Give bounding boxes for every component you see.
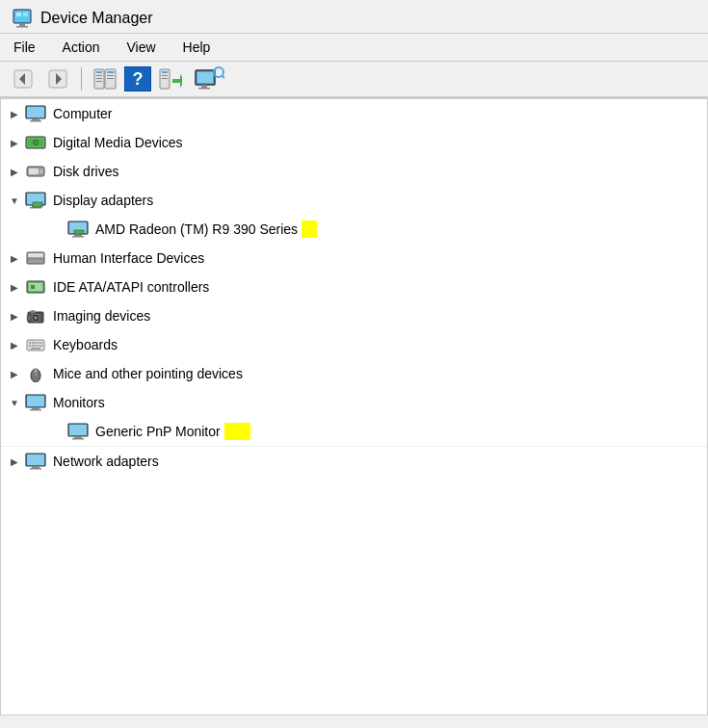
svg-rect-91	[30, 468, 41, 470]
menu-action[interactable]: Action	[57, 38, 106, 57]
expand-digital-media[interactable]: ▶	[5, 133, 24, 152]
tree-item-computer[interactable]: ▶ Computer	[1, 99, 707, 128]
tree-item-digital-media[interactable]: ▶ Digital Media Devices	[1, 128, 707, 157]
svg-rect-11	[96, 71, 102, 73]
camera-icon	[24, 304, 47, 327]
svg-rect-25	[197, 72, 213, 83]
svg-rect-89	[27, 455, 44, 465]
svg-rect-55	[36, 258, 39, 260]
svg-rect-5	[23, 13, 28, 16]
help-icon: ?	[133, 69, 144, 90]
amd-radeon-icon	[66, 218, 90, 241]
forward-icon	[48, 69, 67, 89]
svg-rect-85	[69, 425, 87, 435]
keyboards-label: Keyboards	[53, 337, 118, 352]
back-icon	[13, 69, 33, 89]
expand-network[interactable]: ▶	[5, 452, 24, 471]
disk-icon	[24, 160, 47, 183]
scan-icon	[194, 66, 224, 91]
svg-rect-50	[74, 230, 84, 234]
expand-disk-drives[interactable]: ▶	[5, 162, 24, 181]
tree-item-network[interactable]: ▶ Network adapters	[1, 446, 707, 476]
toolbar-separator-1	[81, 67, 82, 91]
svg-rect-21	[162, 75, 168, 76]
expand-ide[interactable]: ▶	[5, 277, 24, 297]
svg-rect-72	[32, 345, 34, 347]
svg-rect-4	[16, 13, 21, 16]
menu-help[interactable]: Help	[177, 38, 217, 57]
svg-rect-52	[28, 253, 43, 257]
tree-item-mice[interactable]: ▶ Mice and other pointing devices	[1, 359, 707, 388]
monitors-label: Monitors	[53, 395, 105, 410]
title-bar-text: Device Manager	[40, 10, 153, 27]
menu-view[interactable]: View	[120, 38, 161, 57]
svg-rect-18	[107, 78, 114, 79]
network-icon	[24, 450, 47, 473]
digital-media-label: Digital Media Devices	[53, 135, 183, 150]
svg-rect-67	[32, 342, 34, 344]
svg-rect-90	[32, 466, 39, 468]
svg-rect-87	[72, 438, 84, 440]
svg-point-40	[39, 169, 43, 173]
svg-rect-76	[31, 348, 40, 350]
monitor-icon	[24, 391, 47, 414]
svg-rect-83	[30, 409, 41, 411]
display-adapters-label: Display adapters	[53, 193, 153, 208]
svg-rect-74	[38, 345, 39, 347]
tree-item-monitors[interactable]: ▼ Monitors	[1, 388, 707, 417]
svg-rect-26	[201, 85, 207, 88]
tree-item-generic-pnp[interactable]: ▶ Generic PnP Monitor	[1, 417, 707, 446]
svg-rect-45	[33, 202, 42, 207]
scan-hardware-button[interactable]	[190, 65, 228, 92]
tree-item-keyboards[interactable]: ▶ Keyboards	[1, 330, 707, 359]
svg-line-29	[223, 76, 225, 79]
svg-rect-31	[27, 107, 44, 117]
expand-hid[interactable]: ▶	[5, 248, 24, 268]
expand-computer[interactable]: ▶	[5, 104, 24, 123]
svg-rect-20	[162, 71, 168, 73]
svg-rect-69	[38, 342, 39, 344]
tree-item-display-adapters[interactable]: ▼ Display adapters	[1, 186, 707, 215]
svg-rect-27	[198, 88, 210, 90]
svg-rect-22	[162, 78, 168, 79]
svg-rect-48	[74, 234, 82, 236]
forward-button[interactable]	[42, 65, 73, 92]
amd-highlight	[302, 221, 317, 238]
ide-icon	[24, 275, 47, 299]
generic-pnp-label: Generic PnP Monitor	[95, 424, 221, 439]
expand-mice[interactable]: ▶	[5, 364, 24, 383]
svg-point-79	[34, 369, 38, 373]
svg-rect-12	[96, 75, 102, 76]
expand-display-adapters[interactable]: ▼	[5, 191, 24, 210]
menu-bar: File Action View Help	[0, 34, 708, 62]
svg-rect-16	[107, 71, 114, 73]
svg-rect-81	[27, 396, 44, 406]
tree-item-imaging[interactable]: ▶ Imaging devices	[1, 301, 707, 330]
tree-item-disk-drives[interactable]: ▶ Disk drives	[1, 157, 707, 186]
tree-item-ide[interactable]: ▶ IDE ATA/ATAPI controllers	[1, 273, 707, 301]
update-driver-button[interactable]	[155, 65, 186, 92]
generic-pnp-icon	[66, 420, 90, 443]
svg-rect-63	[27, 315, 31, 321]
expand-keyboards[interactable]: ▶	[5, 335, 24, 354]
properties-button[interactable]	[90, 65, 120, 92]
svg-rect-56	[39, 258, 42, 260]
svg-rect-82	[32, 407, 39, 409]
expand-monitors[interactable]: ▼	[5, 393, 24, 412]
media-icon	[24, 131, 47, 154]
tree-item-amd-radeon[interactable]: ▶ AMD Radeon (TM) R9 390 Series	[1, 215, 707, 244]
svg-point-37	[35, 142, 37, 143]
disk-drives-label: Disk drives	[53, 164, 118, 179]
svg-marker-23	[172, 74, 182, 88]
title-bar: Device Manager	[0, 0, 708, 34]
expand-imaging[interactable]: ▶	[5, 306, 24, 325]
svg-rect-13	[96, 78, 102, 79]
tree-item-hid[interactable]: ▶ Human Interface Devices	[1, 244, 707, 273]
menu-file[interactable]: File	[8, 38, 41, 57]
network-label: Network adapters	[53, 454, 159, 469]
svg-rect-70	[40, 342, 42, 344]
svg-rect-2	[16, 26, 28, 28]
back-button[interactable]	[8, 65, 39, 92]
help-button[interactable]: ?	[124, 66, 151, 91]
device-manager-icon	[12, 8, 33, 29]
